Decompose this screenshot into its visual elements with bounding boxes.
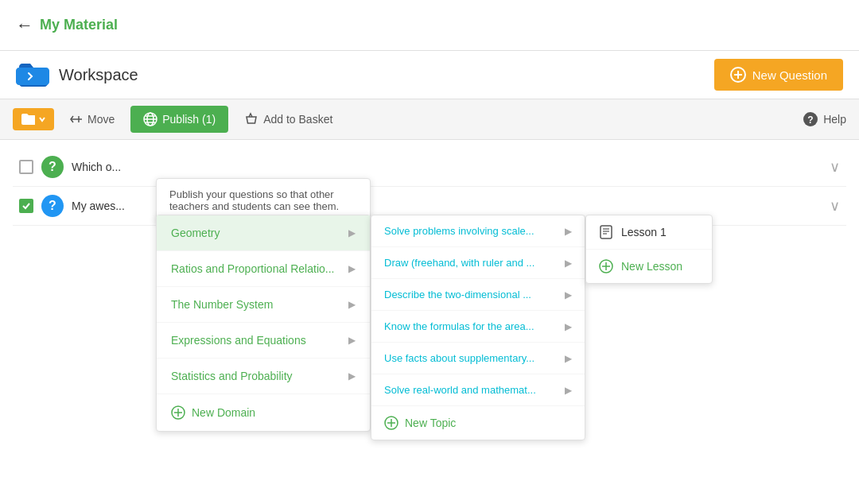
chevron-right-icon: ▶ [348, 227, 356, 234]
lesson-item-1[interactable]: Lesson 1 [586, 215, 712, 234]
help-button[interactable]: ? Help [803, 111, 846, 127]
help-circle-icon: ? [803, 111, 818, 127]
question-type-icon-1: ? [41, 156, 64, 178]
publish-tooltip-text: Publish your questions so that other tea… [169, 188, 339, 212]
domain-item-geometry[interactable]: Geometry ▶ [157, 215, 370, 234]
lesson-menu: Lesson 1 New Lesson [585, 215, 713, 234]
basket-button[interactable]: Add to Basket [231, 106, 345, 133]
plus-circle-icon [730, 67, 746, 83]
move-label: Move [87, 113, 115, 126]
lesson-1-label: Lesson 1 [621, 226, 667, 234]
row-chevron-1[interactable]: ∨ [830, 158, 840, 176]
question-type-icon-2: ? [41, 195, 64, 217]
publish-label: Publish (1) [162, 113, 216, 126]
topic-item-1[interactable]: Solve problems involving scale... ▶ [371, 215, 585, 234]
row-checkbox-1[interactable] [19, 160, 33, 174]
row-checkbox-2[interactable] [19, 199, 33, 213]
basket-label: Add to Basket [263, 113, 332, 126]
move-button[interactable]: Move [57, 107, 127, 132]
row-text-2: My awes... [72, 200, 125, 212]
my-material-label: My Material [40, 17, 118, 33]
svg-text:?: ? [808, 114, 814, 126]
top-nav: ← My Material [0, 0, 859, 51]
new-question-button[interactable]: New Question [714, 59, 843, 91]
basket-icon [244, 112, 258, 126]
header-bar: Workspace New Question [0, 51, 859, 99]
publish-button[interactable]: Publish (1) [130, 106, 228, 133]
globe-icon [143, 112, 157, 126]
help-label: Help [823, 113, 846, 126]
lesson-note-icon [599, 225, 613, 234]
chevron-down-icon [38, 115, 46, 123]
folder-icon [21, 113, 35, 126]
new-question-label: New Question [752, 68, 827, 82]
folder-button[interactable] [13, 108, 54, 130]
workspace-folder-icon [16, 60, 49, 89]
workspace-title: Workspace [59, 66, 714, 84]
domain-menu: Geometry ▶ Ratios and Proportional Relat… [156, 215, 371, 234]
back-arrow-icon: ← [16, 15, 33, 36]
row-chevron-2[interactable]: ∨ [830, 197, 840, 215]
topic-label-1: Solve problems involving scale... [384, 225, 534, 234]
chevron-right-icon: ▶ [565, 226, 572, 235]
move-icon [70, 113, 83, 126]
svg-rect-18 [601, 226, 612, 234]
back-button[interactable]: ← My Material [16, 15, 118, 36]
checkmark-icon [21, 201, 31, 211]
table-row: ? Which o... ∨ [13, 148, 846, 187]
topic-menu: Solve problems involving scale... ▶ Draw… [371, 215, 585, 234]
domain-geometry-label: Geometry [171, 227, 220, 234]
toolbar: Move Publish (1) Add to Basket ? Help [0, 99, 859, 140]
row-text-1: Which o... [72, 161, 121, 173]
